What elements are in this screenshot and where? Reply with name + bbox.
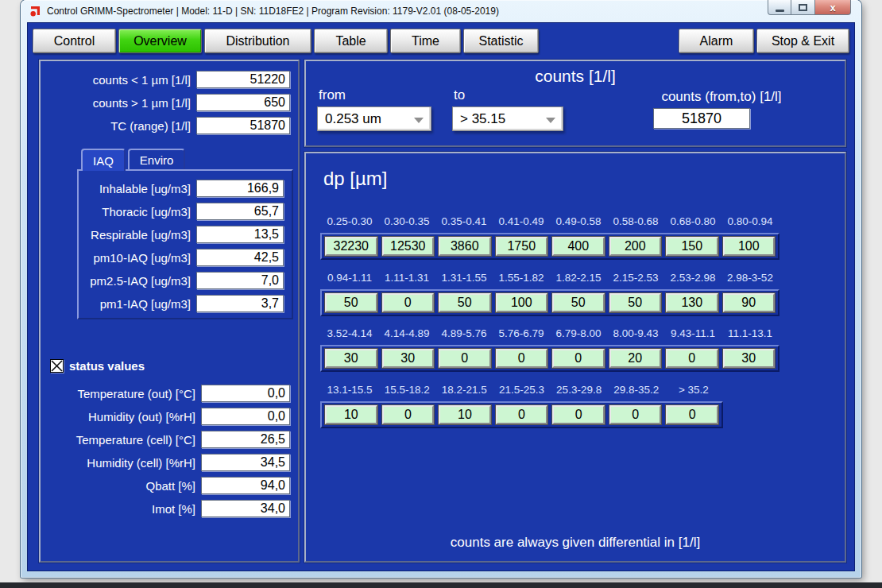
counts-lt1um-value: 51220: [196, 71, 290, 88]
dp-distribution-panel: dp [µm] 0.25-0.30 0.30-0.35 0.35-0.41 0.…: [304, 152, 846, 563]
bin-value-cell: 50: [439, 293, 491, 312]
respirable-value: 13,5: [196, 226, 284, 243]
bin-header-row: 0.94-1.11 1.11-1.31 1.31-1.55 1.55-1.82 …: [320, 272, 779, 284]
checkbox-checked-icon: [50, 359, 64, 373]
dp-row-4: 13.1-15.5 15.5-18.2 18.2-21.5 21.5-25.3 …: [320, 384, 723, 428]
field-row: Qbatt [%] 94,0: [41, 477, 298, 494]
tab-iaq[interactable]: IAQ: [81, 149, 126, 171]
field-row: pm1-IAQ [ug/m3] 3,7: [80, 295, 290, 312]
pm1-iaq-value: 3,7: [196, 295, 284, 312]
bin-range-label: 0.30-0.35: [381, 215, 433, 227]
client-area: Control Overview Distribution Table Time…: [27, 22, 855, 571]
status-values-checkbox[interactable]: status values: [50, 359, 298, 373]
bin-range-label: 21.5-25.3: [495, 384, 547, 396]
bin-value-cell: 0: [382, 405, 435, 424]
differential-note: counts are always given differential in …: [306, 535, 845, 551]
dp-row-2: 0.94-1.11 1.11-1.31 1.31-1.55 1.55-1.82 …: [320, 272, 779, 316]
bin-value-cell: 0: [496, 349, 548, 368]
maximize-button[interactable]: [791, 0, 814, 15]
dp-row-3: 3.52-4.14 4.14-4.89 4.89-5.76 5.76-6.79 …: [320, 327, 779, 372]
field-row: pm10-IAQ [ug/m3] 42,5: [80, 249, 290, 266]
bin-range-label: 2.98-3-52: [724, 272, 776, 284]
bin-value-cell: 0: [382, 293, 435, 312]
from-dropdown[interactable]: 0.253 um: [317, 106, 431, 131]
bin-range-label: 0.80-0.94: [724, 215, 776, 227]
tab-control[interactable]: Control: [33, 29, 116, 53]
bin-range-label: 13.1-15.5: [323, 384, 376, 396]
counts-range-panel: counts [1/l] from to 0.253 um > 35.15 co…: [304, 60, 846, 147]
status-fields: Temperature (out) [°C] 0,0 Humidity (out…: [41, 385, 298, 517]
titlebar[interactable]: Control GRIMM-Spectrometer | Model: 11-D…: [21, 0, 861, 22]
bin-range-label: 2.53-2.98: [667, 272, 719, 284]
inhalable-value: 166,9: [196, 180, 284, 197]
dp-panel-title: dp [µm]: [323, 168, 388, 190]
to-label: to: [454, 87, 465, 103]
bin-range-label: 15.5-18.2: [381, 384, 433, 396]
status-values-label: status values: [69, 359, 145, 373]
bin-value-cell: 10: [439, 405, 491, 424]
app-window: Control GRIMM-Spectrometer | Model: 11-D…: [21, 0, 861, 578]
chevron-down-icon: [546, 118, 555, 123]
pm2-5-iaq-value: 7,0: [196, 272, 284, 289]
bin-value-strip: 10 0 10 0 0 0 0: [320, 401, 723, 428]
field-row: Temperature (out) [°C] 0,0: [41, 385, 298, 402]
bin-value-cell: 0: [666, 405, 718, 424]
field-row: Imot [%] 34,0: [41, 500, 298, 517]
bin-value-cell: 200: [609, 237, 662, 256]
bin-value-cell: 30: [382, 349, 435, 368]
bin-range-label: 25.3-29.8: [553, 384, 605, 396]
bin-value-cell: 50: [609, 293, 662, 312]
bin-range-label: 11.1-13.1: [724, 327, 776, 339]
field-row: counts < 1 µm [1/l] 51220: [41, 71, 298, 88]
bin-range-label: 0.94-1.11: [323, 272, 376, 284]
bin-value-cell: 0: [552, 349, 605, 368]
bin-range-label: 0.68-0.80: [667, 215, 719, 227]
field-label: pm10-IAQ [ug/m3]: [93, 251, 191, 265]
main-tab-bar: Control Overview Distribution Table Time…: [33, 29, 849, 53]
bin-value-cell: 50: [552, 293, 605, 312]
tab-distribution[interactable]: Distribution: [204, 29, 311, 53]
bin-value-cell: 1750: [496, 237, 548, 256]
bin-header-row: 13.1-15.5 15.5-18.2 18.2-21.5 21.5-25.3 …: [320, 384, 723, 396]
stop-exit-button[interactable]: Stop & Exit: [756, 29, 849, 53]
close-button[interactable]: x: [814, 0, 851, 15]
bin-range-label: 0.25-0.30: [323, 215, 376, 227]
bin-range-label: 1.55-1.82: [495, 272, 547, 284]
humidity-cell-value: 34,5: [201, 454, 290, 471]
field-label: counts > 1 µm [1/l]: [93, 96, 191, 110]
alarm-button[interactable]: Alarm: [679, 29, 754, 53]
qbatt-value: 94,0: [201, 477, 290, 494]
bin-value-cell: 150: [666, 237, 718, 256]
bin-range-label: 3.52-4.14: [323, 327, 376, 339]
tab-enviro[interactable]: Enviro: [128, 149, 186, 169]
bin-value-cell: 30: [325, 349, 377, 368]
minimize-button[interactable]: [768, 0, 791, 15]
field-row: pm2.5-IAQ [ug/m3] 7,0: [80, 272, 290, 289]
field-label: Imot [%]: [152, 502, 195, 516]
tab-statistic[interactable]: Statistic: [463, 29, 539, 53]
app-logo-icon: [29, 6, 41, 17]
field-row: counts > 1 µm [1/l] 650: [41, 94, 298, 111]
to-dropdown[interactable]: > 35.15: [452, 106, 563, 131]
bin-value-strip: 30 30 0 0 0 20 0 30: [320, 345, 779, 372]
field-label: Temperature (out) [°C]: [77, 387, 195, 400]
pm10-iaq-value: 42,5: [196, 249, 284, 266]
bin-range-label: 18.2-21.5: [438, 384, 490, 396]
field-label: pm1-IAQ [ug/m3]: [100, 297, 191, 311]
tab-table[interactable]: Table: [314, 29, 388, 53]
field-row: Humidity (cell) [%rH] 34,5: [41, 454, 298, 471]
bin-range-label: 0.41-0.49: [495, 215, 547, 227]
thoracic-value: 65,7: [196, 203, 284, 220]
bin-range-label: 6.79-8.00: [552, 327, 605, 339]
field-row: Inhalable [ug/m3] 166,9: [80, 180, 290, 197]
bin-value-cell: 0: [552, 405, 605, 424]
from-dropdown-value: 0.253 um: [325, 111, 381, 127]
bin-value-cell: 90: [723, 293, 776, 312]
bin-value-cell: 20: [609, 349, 662, 368]
bin-header-row: 0.25-0.30 0.30-0.35 0.35-0.41 0.41-0.49 …: [320, 215, 779, 227]
maximize-icon: [799, 4, 807, 11]
tab-time[interactable]: Time: [390, 29, 461, 53]
tab-overview[interactable]: Overview: [118, 29, 202, 53]
bin-value-cell: 100: [496, 293, 548, 312]
temperature-out-value: 0,0: [201, 385, 290, 402]
